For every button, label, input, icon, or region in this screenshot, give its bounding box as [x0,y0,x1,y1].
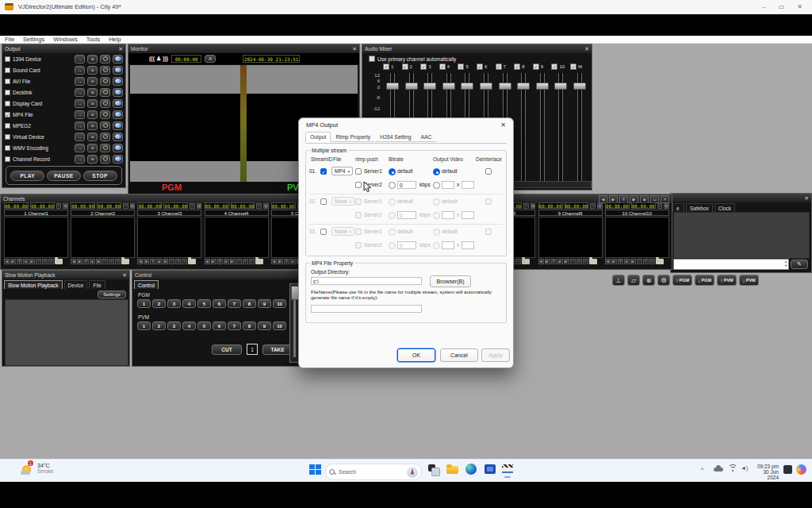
stop-icon[interactable]: ■ [624,259,630,264]
device-checkbox[interactable] [5,134,10,140]
stop-icon[interactable]: ■ [87,133,98,141]
close-icon[interactable]: ✕ [118,46,123,52]
close-icon[interactable]: ✕ [804,195,809,201]
fader-checkbox[interactable]: ✓ [496,64,502,70]
channel-option-icon[interactable]: ∩ [190,203,195,209]
plus-icon[interactable]: + [42,259,48,264]
stop-icon[interactable]: ■ [87,77,98,86]
channel-option-icon[interactable]: ∩ [590,203,596,209]
stop-icon[interactable]: ■ [87,144,98,152]
dot-icon[interactable]: ▪ [48,259,54,264]
fader-checkbox[interactable]: ✓ [458,64,464,70]
pause-icon[interactable]: Ⅱ [83,259,89,264]
plus-icon[interactable]: + [643,259,649,264]
export-icon[interactable]: → [75,110,85,119]
pgm-source-6[interactable]: 6 [213,299,226,308]
eye-icon[interactable] [113,55,123,64]
fader-thumb[interactable] [499,83,511,90]
stream-enabled-checkbox[interactable] [320,229,327,235]
toolbox-icon[interactable] [484,463,497,476]
fader-checkbox[interactable]: ✓ [477,64,483,70]
pvm-source-4[interactable]: 4 [182,321,196,330]
export-icon[interactable]: → [75,144,85,152]
tab-safebox[interactable]: Safebox [686,203,713,212]
pvm-source-3[interactable]: 3 [167,321,181,330]
video-custom-radio[interactable] [433,212,440,219]
dot-icon[interactable]: ▪ [115,259,121,264]
task-view-icon[interactable] [427,463,440,476]
file-format-select[interactable]: None▾ [331,197,354,206]
edit-icon[interactable]: ✎ [791,260,808,269]
pgm-up-button[interactable]: ↑PGM [672,275,692,286]
dialog-tab-output[interactable]: Output [305,132,331,142]
fader-checkbox[interactable]: ✓ [533,64,539,70]
play-icon[interactable]: ▶ [10,259,16,264]
folder-icon[interactable] [121,259,129,264]
pause-icon[interactable]: Ⅱ [618,259,623,264]
channel-option-icon[interactable]: ▦ [63,203,68,209]
window-icon[interactable]: ▭ [650,195,659,203]
pause-icon[interactable]: Ⅱ [284,259,289,264]
eye-icon[interactable] [113,155,123,164]
folder-icon[interactable] [589,259,597,264]
pause-icon[interactable]: Ⅱ [17,259,22,264]
export-icon[interactable]: → [75,66,85,75]
server1-checkbox[interactable] [355,198,362,205]
device-checkbox[interactable] [5,145,10,151]
bitrate-default-radio[interactable] [389,168,396,175]
prev-icon[interactable]: ◀ [4,259,10,264]
pgm-source-1[interactable]: 1 [137,299,151,308]
pvm-source-2[interactable]: 2 [152,321,166,330]
play-button[interactable]: PLAY [10,171,44,181]
filename-input[interactable] [311,305,422,313]
video-default-radio[interactable] [433,229,440,236]
export-icon[interactable]: → [75,155,85,164]
play-icon[interactable]: ▶ [211,259,216,264]
channel-option-icon[interactable]: ∩ [123,203,128,209]
server2-checkbox[interactable] [355,182,362,188]
play-icon[interactable]: ▶ [77,259,82,264]
video-custom-radio[interactable] [433,242,440,249]
alarm-icon[interactable]: Λ [205,55,216,63]
menu-settings[interactable]: Settings [23,36,44,43]
next-icon[interactable]: ▶ [96,259,102,264]
export-icon[interactable]: → [75,77,85,86]
channel-option-icon[interactable]: ▦ [597,203,603,209]
stop-button[interactable]: STOP [83,171,117,181]
power-icon[interactable] [100,66,110,75]
bitrate-input[interactable]: 0 [397,241,416,249]
fader-thumb[interactable] [405,83,418,90]
server1-checkbox[interactable] [355,168,362,175]
stop-icon[interactable]: ■ [87,66,98,75]
fader-checkbox[interactable]: ✓ [383,64,389,70]
pause-button[interactable]: PAUSE [47,171,81,181]
fader-thumb[interactable] [536,83,549,90]
menu-tools[interactable]: Tools [86,36,101,43]
stop-icon[interactable]: ■ [87,121,98,130]
play-icon[interactable]: ▶ [545,259,550,264]
dot-icon[interactable]: ▪ [583,259,588,264]
vjdirector-taskbar-icon[interactable] [501,463,515,476]
dot-icon[interactable]: ▪ [649,259,655,264]
pgm-source-10[interactable]: 10 [273,299,286,308]
prev-icon[interactable]: ◀ [71,259,76,264]
channel-option-icon[interactable]: ∩ [657,203,663,209]
fader-thumb[interactable] [480,83,492,90]
bitrate-custom-radio[interactable] [389,212,396,219]
pvm-up-button[interactable]: ↑PVM [717,275,737,286]
device-checkbox[interactable] [5,101,10,106]
minus-icon[interactable]: − [637,259,642,264]
pvm-source-7[interactable]: 7 [228,321,241,330]
tab-slow-motion-playback[interactable]: Slow Motion Playback [4,280,63,289]
menu-windows[interactable]: Windows [53,36,77,43]
plus-icon[interactable]: + [576,259,582,264]
close-icon[interactable]: ✕ [797,3,802,10]
pgm-source-2[interactable]: 2 [152,299,166,308]
stop-icon[interactable]: ■ [290,259,296,264]
folder-icon[interactable] [188,259,196,264]
fader-thumb[interactable] [517,83,530,90]
gear-icon[interactable]: ⚙ [657,275,670,286]
eye-icon[interactable] [113,133,123,141]
eye-icon[interactable] [113,66,123,75]
prev-icon[interactable]: ◀ [538,259,544,264]
